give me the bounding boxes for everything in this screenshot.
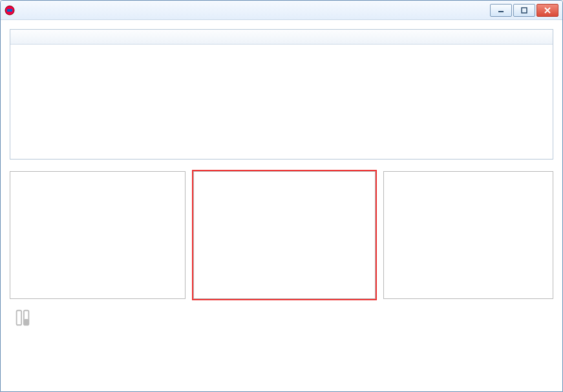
statusbar xyxy=(10,304,553,329)
window-controls xyxy=(490,4,558,17)
close-button[interactable] xyxy=(536,4,558,17)
svg-rect-3 xyxy=(522,8,527,13)
svg-rect-6 xyxy=(24,319,29,325)
maximize-button[interactable] xyxy=(513,4,535,17)
list-header xyxy=(10,30,553,45)
memory-icon[interactable] xyxy=(10,307,36,328)
svg-rect-1 xyxy=(7,9,12,12)
memory-text xyxy=(41,307,47,329)
client-area xyxy=(1,20,562,391)
mid-row xyxy=(10,171,553,299)
titlebar xyxy=(1,1,562,20)
minimize-button[interactable] xyxy=(490,4,512,17)
svg-rect-4 xyxy=(17,311,22,325)
cache-properties-panel xyxy=(10,171,186,299)
hit-rate-chart xyxy=(383,171,553,299)
app-window xyxy=(0,0,563,392)
cache-stats-panel xyxy=(193,171,376,299)
app-icon xyxy=(5,5,15,15)
volume-list[interactable] xyxy=(10,29,553,160)
